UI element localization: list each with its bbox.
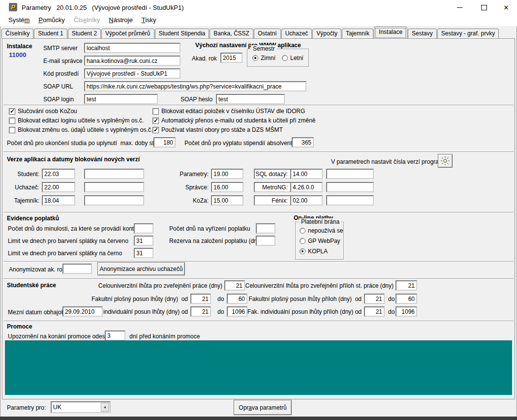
dropdown-button[interactable]: ▼ (101, 403, 109, 412)
radio-circle[interactable] (300, 238, 305, 244)
menu-tisky[interactable]: Tisky (137, 15, 161, 26)
theses-right-shift-od-input[interactable] (364, 294, 385, 304)
radio-letni[interactable]: Letní (282, 55, 304, 61)
version-fenix-input[interactable] (290, 195, 323, 206)
tab-uchazec[interactable]: Uchazeč (281, 29, 312, 38)
checkbox-vlastni-obory[interactable]: Používat vlastní obory pro stáže a DZS M… (152, 126, 283, 133)
theses-right-publish-days-input[interactable] (395, 280, 417, 291)
tab-sestavy[interactable]: Sestavy (408, 29, 437, 38)
version-tajemnik-date-input[interactable] (84, 195, 144, 206)
tab-ostatni[interactable]: Ostatní (254, 29, 281, 38)
checkbox-box[interactable] (9, 108, 15, 115)
checkbox-box[interactable] (9, 127, 15, 133)
checkbox-blokovat-ustav-idorg[interactable]: Blokovat editaci položek v číselníku ÚST… (152, 108, 305, 115)
checkbox-slucovani-osob[interactable]: Slučování osob KoZou (9, 108, 77, 115)
kod-prostredi-input[interactable] (84, 68, 181, 79)
soap-url-input[interactable] (84, 81, 306, 91)
tab-student-stipendia[interactable]: Student Stipendia (155, 29, 210, 38)
set-versions-button[interactable] (438, 154, 453, 168)
anonym-year-input[interactable] (62, 264, 92, 274)
tab-vypocty[interactable]: Výpočty (312, 29, 341, 38)
soap-heslo-input[interactable] (216, 94, 285, 104)
version-student-date-input[interactable] (84, 169, 144, 179)
email-spravce-input[interactable] (84, 56, 181, 66)
anonym-archive-button[interactable]: Anonymizace archivu uchazečů (97, 262, 185, 275)
close-button[interactable]: ✕ (495, 0, 517, 15)
fees-check-days-label: Počet dnů do minulosti, za které se prov… (8, 225, 144, 232)
fees-red-limit-input[interactable] (134, 236, 153, 246)
menu-system[interactable]: Systém (4, 15, 34, 26)
oprava-parametru-button[interactable]: Oprava parametrů (234, 400, 292, 415)
theses-mid-indiv-od-input[interactable] (190, 306, 211, 317)
theses-mid-indiv-do-input[interactable] (227, 306, 247, 317)
version-fenix-date-input[interactable] (326, 195, 374, 206)
soap-url-label: SOAP URL (43, 83, 73, 90)
radio-nepouziva-se[interactable]: nepoužívá se (300, 227, 343, 234)
fees-reserve-days-label: Rezerva na založení poplatku (dny) (169, 238, 262, 244)
app-window: P Parametry 20.01.0.25 (Vývojové prostře… (0, 0, 517, 420)
promoce-notice-label: Upozornění na konání promoce odeslat (8, 333, 111, 340)
theses-mid-publish-days-input[interactable] (224, 280, 245, 291)
promoce-days-input[interactable] (105, 330, 125, 341)
end-study-days-input[interactable] (153, 137, 176, 148)
checkbox-label: Slučování osob KoZou (18, 108, 77, 115)
akad-rok-input[interactable] (220, 53, 243, 63)
theses-mid-shift-od-input[interactable] (190, 294, 211, 304)
defense-deadline-input[interactable] (62, 306, 103, 317)
checkbox-box[interactable] (152, 127, 159, 133)
radio-circle[interactable] (300, 248, 305, 254)
checkbox-box[interactable] (152, 118, 159, 124)
minimize-icon (457, 7, 462, 8)
version-uchazec-input[interactable] (42, 182, 75, 192)
smtp-server-input[interactable] (84, 43, 181, 53)
checkbox-blokovat-zmenu-udaju[interactable]: Blokovat změnu os. údajů učitele s vypln… (9, 126, 152, 133)
tab-sestavy-graf-prvky[interactable]: Sestavy - graf. prvky (437, 29, 499, 38)
checkbox-blokovat-login[interactable]: Blokovat editaci loginu učitele s vyplně… (9, 117, 144, 124)
checkbox-box[interactable] (9, 118, 15, 124)
version-student-input[interactable] (42, 169, 75, 179)
checkbox-label: Blokovat editaci loginu učitele s vyplně… (18, 117, 144, 124)
version-sql-input[interactable] (290, 169, 323, 179)
version-metrong-input[interactable] (290, 182, 323, 192)
version-tajemnik-input[interactable] (42, 195, 75, 206)
tab-banka-cssz[interactable]: Banka, ČSSZ (210, 29, 253, 38)
tab-vypocet-prumeru[interactable]: Výpočet průměrů (101, 29, 154, 38)
fees-check-days-input[interactable] (134, 223, 153, 234)
section-divider (3, 321, 514, 322)
params-for-select[interactable]: UK ▼ (51, 401, 111, 413)
checkbox-box[interactable] (152, 108, 159, 115)
fees-black-limit-input[interactable] (134, 248, 153, 258)
tab-student-1[interactable]: Student 1 (34, 29, 67, 38)
version-uchazec-date-input[interactable] (84, 182, 144, 192)
maximize-button[interactable] (473, 0, 495, 15)
radio-gp-webpay[interactable]: GP WebPay (300, 238, 340, 244)
close-icon: ✕ (504, 4, 509, 11)
checkbox-prenos-emailu[interactable]: Automatický přenos e-mailu od studenta k… (152, 117, 315, 124)
radio-zimni-circle[interactable] (252, 55, 258, 61)
radio-zimni[interactable]: Zimní (252, 55, 275, 61)
radio-circle[interactable] (300, 228, 305, 234)
fees-settle-days-input[interactable] (256, 223, 275, 234)
menu-ciselniky[interactable]: Číselníky (69, 15, 104, 26)
theses-right-shift-do-input[interactable] (395, 294, 417, 304)
radio-kopla[interactable]: KOPLA (300, 248, 328, 255)
radio-letni-circle[interactable] (282, 55, 288, 61)
version-label: MetroNG: (234, 184, 288, 191)
defense-deadline-label: Mezní datum obhajoby (8, 309, 67, 316)
soap-login-input[interactable] (84, 94, 158, 104)
tab-student-2[interactable]: Student 2 (68, 29, 101, 38)
theses-mid-shift-do-input[interactable] (227, 294, 247, 304)
version-sql-date-input[interactable] (326, 169, 374, 179)
menu-nastroje[interactable]: Nástroje (104, 15, 137, 26)
fees-reserve-days-input[interactable] (256, 236, 275, 246)
version-metrong-date-input[interactable] (326, 182, 374, 192)
theses-right-indiv-do-input[interactable] (395, 306, 417, 317)
menu-pomucky[interactable]: Pomůcky (34, 15, 69, 26)
tab-tajemnik[interactable]: Tajemník (342, 29, 373, 38)
tab-ciselniky[interactable]: Číselníky (1, 29, 33, 38)
anonym-year-label: Anonymizovat ak. rok (9, 266, 65, 273)
theses-right-indiv-od-input[interactable] (364, 306, 385, 317)
stipend-days-input[interactable] (292, 137, 314, 148)
tab-instalace[interactable]: Instalace (374, 27, 407, 38)
minimize-button[interactable] (449, 0, 470, 15)
